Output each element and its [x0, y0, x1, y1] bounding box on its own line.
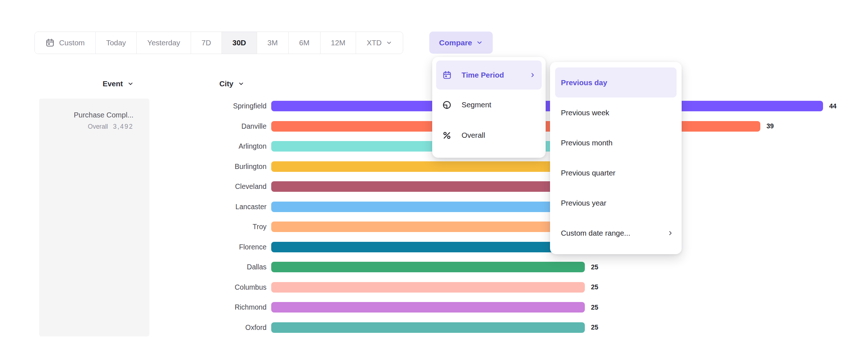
bar-label-cleveland: Cleveland — [145, 182, 266, 191]
bar-value-richmond: 25 — [591, 303, 598, 312]
percent-icon — [442, 131, 452, 140]
compare-menu-item-overall[interactable]: Overall — [432, 120, 546, 150]
bar-value-springfield: 44 — [829, 102, 836, 111]
chevron-right-icon — [667, 230, 674, 236]
bar-label-danville: Danville — [145, 122, 266, 131]
chevron-down-icon — [386, 40, 392, 46]
chevron-down-icon — [476, 39, 483, 46]
event-overall-row: Overall 3,492 — [46, 123, 133, 131]
overall-label: Overall — [88, 123, 108, 131]
range-button-label: 12M — [331, 38, 346, 47]
range-button-label: 7D — [202, 38, 211, 47]
city-column-header[interactable]: City — [219, 79, 244, 88]
submenu-item-label: Previous month — [561, 138, 612, 147]
range-button-6m[interactable]: 6M — [288, 32, 320, 54]
range-button-3m[interactable]: 3M — [257, 32, 288, 54]
bar-springfield[interactable] — [271, 101, 823, 111]
bar-label-oxford: Oxford — [145, 323, 266, 332]
range-button-label: 30D — [232, 38, 246, 47]
city-column-label: City — [219, 79, 233, 88]
bar-value-columbus: 25 — [591, 283, 598, 291]
bar-value-danville: 39 — [766, 122, 774, 131]
bar-label-dallas: Dallas — [145, 262, 266, 271]
range-button-label: 6M — [299, 38, 309, 47]
range-button-label: 3M — [268, 38, 278, 47]
event-column-label: Event — [103, 79, 123, 88]
range-button-xtd[interactable]: XTD — [356, 32, 403, 54]
bar-dallas[interactable] — [271, 262, 585, 272]
bar-label-lancaster: Lancaster — [145, 202, 266, 211]
submenu-item-label: Previous week — [561, 108, 609, 117]
submenu-item-label: Previous day — [561, 78, 607, 87]
bar-label-florence: Florence — [145, 243, 266, 251]
range-button-7d[interactable]: 7D — [191, 32, 222, 54]
range-button-custom[interactable]: Custom — [35, 32, 95, 54]
range-button-today[interactable]: Today — [95, 32, 137, 54]
event-panel-card[interactable]: Purchase Compl... Overall 3,492 — [39, 99, 149, 336]
chevron-right-icon — [529, 72, 536, 78]
range-button-12m[interactable]: 12M — [320, 32, 356, 54]
range-button-yesterday[interactable]: Yesterday — [136, 32, 190, 54]
bar-label-columbus: Columbus — [145, 283, 266, 291]
compare-menu-item-segment[interactable]: Segment — [432, 90, 546, 120]
range-button-label: Yesterday — [147, 38, 180, 47]
bar-label-richmond: Richmond — [145, 303, 266, 311]
bar-richmond[interactable] — [271, 302, 585, 313]
event-name: Purchase Compl... — [46, 111, 133, 119]
bar-columbus[interactable] — [271, 282, 585, 293]
time-period-submenu: Previous dayPrevious weekPrevious monthP… — [550, 62, 682, 254]
calendar-icon — [45, 38, 55, 47]
range-button-label: Custom — [59, 38, 85, 47]
bar-label-arlington: Arlington — [145, 142, 266, 150]
submenu-item-label: Custom date range... — [561, 229, 630, 237]
compare-menu-item-time-period[interactable]: Time Period — [436, 61, 542, 90]
compare-menu: Time PeriodSegmentOverall — [432, 57, 546, 158]
range-button-30d[interactable]: 30D — [222, 32, 257, 54]
compare-button[interactable]: Compare — [429, 32, 493, 54]
bar-value-oxford: 25 — [591, 323, 598, 332]
submenu-item-previous-week[interactable]: Previous week — [550, 98, 682, 128]
menu-item-label: Time Period — [462, 71, 504, 79]
menu-item-label: Overall — [462, 131, 485, 140]
bar-label-burlington: Burlington — [145, 162, 266, 171]
submenu-item-previous-month[interactable]: Previous month — [550, 128, 682, 158]
chevron-down-icon — [127, 80, 134, 87]
bar-label-springfield: Springfield — [145, 102, 266, 110]
chevron-down-icon — [238, 80, 244, 87]
compare-label: Compare — [439, 38, 472, 47]
range-button-label: XTD — [367, 38, 381, 47]
submenu-item-custom-date-range[interactable]: Custom date range... — [550, 218, 682, 248]
submenu-item-label: Previous quarter — [561, 169, 615, 177]
date-range-toolbar: CustomTodayYesterday7D30D3M6M12MXTD — [34, 32, 403, 54]
calendar-icon — [442, 70, 452, 80]
submenu-item-previous-day[interactable]: Previous day — [555, 67, 677, 98]
range-button-label: Today — [106, 38, 126, 47]
bar-value-dallas: 25 — [591, 263, 598, 272]
bar-label-troy: Troy — [145, 222, 266, 231]
submenu-item-label: Previous year — [561, 199, 606, 207]
menu-item-label: Segment — [462, 100, 491, 109]
overall-value: 3,492 — [113, 123, 133, 131]
insights-report-canvas: CustomTodayYesterday7D30D3M6M12MXTD Comp… — [0, 0, 868, 364]
event-column-header[interactable]: Event — [103, 79, 134, 88]
submenu-item-previous-quarter[interactable]: Previous quarter — [550, 158, 682, 188]
submenu-item-previous-year[interactable]: Previous year — [550, 188, 682, 218]
bar-oxford[interactable] — [271, 322, 585, 333]
segment-icon — [442, 100, 452, 110]
